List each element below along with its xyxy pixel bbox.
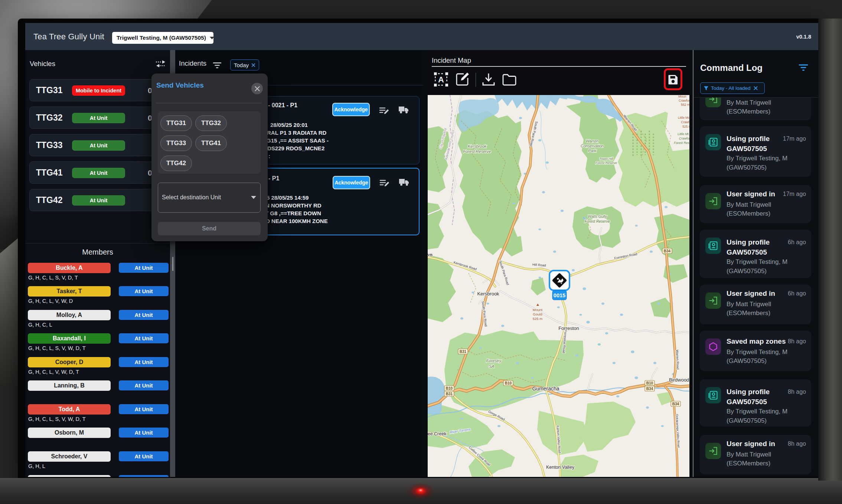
incidents-today-chip[interactable]: Today	[230, 59, 259, 71]
draw-edit-tool-icon[interactable]	[454, 71, 471, 88]
member-name-chip[interactable]: Osborn, M	[28, 428, 111, 438]
map-title-underline	[432, 66, 686, 67]
member-name-chip[interactable]: Baxandall, I	[28, 333, 111, 344]
member-name-chip[interactable]: Todd, A	[28, 404, 111, 415]
log-by: By Matt Trigwell	[727, 99, 771, 107]
incident-map-canvas[interactable]: South Para Road South Para Road South Pa…	[428, 95, 689, 477]
app-window: Tea Tree Gully Unit Trigwell Testing, M …	[25, 23, 818, 477]
log-entry[interactable]: User signed in 17m ago By Matt Trigwell …	[700, 185, 811, 223]
incident-line: G15 ,== ASSIST SAAS -	[267, 137, 329, 144]
member-status-button-partial[interactable]	[119, 475, 169, 477]
vehicle-status-badge: At Unit	[72, 113, 125, 123]
incident-line: N NORSWORTHY RD	[265, 202, 322, 209]
chip-close-icon[interactable]	[753, 86, 758, 91]
incidents-filter-icon[interactable]	[212, 62, 222, 69]
map-label: Forest Reserve	[585, 219, 610, 223]
map-label-fragment: TVB	[428, 253, 433, 257]
map-label: 525 m	[682, 125, 689, 128]
command-log-filter-icon[interactable]	[798, 64, 809, 71]
incident-marker-0015[interactable]: 0015	[549, 271, 570, 300]
member-status-button[interactable]: At Unit	[119, 404, 169, 414]
destination-unit-select[interactable]: Select destination Unit	[158, 183, 261, 213]
map-label: Forest Reserve	[595, 161, 617, 165]
vehicle-chip[interactable]: TTG31	[160, 115, 192, 131]
member-status-button[interactable]: At Unit	[119, 451, 169, 461]
member-status-button[interactable]: At Unit	[119, 310, 169, 320]
road-badge-label: B34	[672, 402, 679, 406]
acknowledge-button[interactable]: Acknowledge	[333, 176, 370, 189]
chip-close-icon[interactable]	[251, 63, 255, 68]
vehicle-transfer-icon[interactable]	[155, 59, 166, 68]
log-by-org: (ESOMembers)	[727, 460, 770, 467]
road-badge-label: B31	[446, 392, 453, 396]
acknowledge-button[interactable]: Acknowledge	[332, 103, 370, 116]
vehicle-chip[interactable]: TTG42	[160, 156, 192, 171]
log-by-org: (ESOMembers)	[727, 108, 770, 115]
folder-icon[interactable]	[501, 72, 518, 88]
vehicle-status-badge: At Unit	[72, 140, 125, 151]
member-status-button[interactable]: At Unit	[119, 286, 169, 296]
member-name-chip-partial[interactable]	[28, 475, 111, 477]
truck-icon[interactable]	[399, 178, 410, 187]
save-map-icon[interactable]	[666, 70, 681, 88]
member-status-button[interactable]: At Unit	[119, 380, 169, 390]
left-scrollbar-thumb[interactable]	[172, 257, 173, 271]
profile-dropdown[interactable]: Trigwell Testing, M (GAW507505)	[112, 32, 213, 44]
member-name-chip[interactable]: Molloy, A	[28, 310, 111, 320]
log-by: By Trigwell Testing, M	[727, 155, 787, 162]
edit-note-icon[interactable]	[379, 179, 390, 189]
log-entry[interactable]: Using profile GAW507505 8h ago By Trigwe…	[700, 379, 811, 426]
vehicle-id: TTG41	[36, 168, 63, 178]
member-qualifications: G, H, C, L, S, V, W, D, T	[28, 345, 86, 351]
edit-note-icon[interactable]	[379, 107, 389, 116]
vehicle-row[interactable]: TTG31 Mobile to Incident 0	[29, 79, 168, 101]
vehicle-row[interactable]: TTG42 At Unit	[29, 189, 168, 211]
map-label: Forest Reserve	[463, 149, 491, 154]
vehicle-status-badge: At Unit	[72, 168, 125, 178]
modal-close-button[interactable]	[251, 83, 263, 94]
member-status-button[interactable]: At Unit	[119, 428, 169, 438]
vehicle-status-badge: At Unit	[72, 195, 125, 206]
incident-line: RAL P1 3 RADIATA RD	[267, 129, 326, 137]
member-name-chip[interactable]: Lanning, B	[28, 380, 111, 391]
incident-map-title: Incident Map	[432, 56, 471, 65]
member-status-button[interactable]: At Unit	[119, 357, 169, 367]
incident-line: D NEAR 100KMH ZONE	[266, 217, 328, 225]
member-qualifications: G, H, L	[28, 463, 45, 469]
select-area-tool-icon[interactable]: A	[433, 71, 450, 88]
member-name-chip[interactable]: Schroeder, V	[28, 451, 111, 462]
send-button[interactable]: Send	[158, 222, 261, 235]
download-icon[interactable]	[480, 71, 497, 88]
power-led	[417, 488, 424, 492]
truck-icon[interactable]	[398, 105, 409, 114]
vehicle-chip-group: TTG31 TTG32 TTG33 TTG41 TTG42	[158, 111, 261, 174]
log-entry[interactable]: User signed in By Matt Trigwell (ESOMemb…	[700, 98, 811, 120]
vehicle-chip[interactable]: TTG32	[195, 115, 227, 131]
road-badge-label: B10	[646, 381, 653, 385]
road-badge-b34: B34	[671, 401, 681, 406]
vehicle-row[interactable]: TTG33 At Unit	[29, 134, 168, 156]
log-title-id: GAW507505	[727, 248, 767, 256]
log-entry[interactable]: User signed in 6h ago By Matt Trigwell (…	[700, 285, 811, 324]
vehicle-chip[interactable]: TTG41	[195, 135, 227, 151]
log-entry[interactable]: User signed in 8h ago By Matt Trigwell (…	[700, 435, 811, 474]
vehicle-chip[interactable]: TTG33	[160, 135, 192, 151]
command-log-title: Command Log	[700, 63, 763, 73]
log-profile-icon	[705, 238, 721, 254]
funnel-icon	[704, 86, 709, 91]
svg-text:A: A	[438, 75, 444, 84]
log-entry[interactable]: Saved map zones 8h ago By Trigwell Testi…	[700, 331, 811, 371]
member-name-chip[interactable]: Cooper, D	[28, 357, 111, 367]
member-name-chip[interactable]: Tasker, T	[28, 286, 111, 297]
command-log-scroll-area[interactable]: User signed in By Matt Trigwell (ESOMemb…	[693, 98, 818, 477]
member-status-button[interactable]: At Unit	[119, 263, 169, 273]
vehicle-row[interactable]: TTG41 At Unit 0	[29, 161, 168, 184]
command-log-filter-chip[interactable]: Today - All loaded	[700, 82, 765, 94]
member-name-chip[interactable]: Buckle, A	[28, 263, 111, 273]
log-zones-icon	[705, 338, 721, 355]
member-status-button[interactable]: At Unit	[119, 333, 169, 343]
log-time: 17m ago	[783, 191, 806, 197]
log-entry[interactable]: Using profile GAW507505 6h ago By Trigwe…	[700, 230, 811, 278]
log-entry[interactable]: Using profile GAW507505 17m ago By Trigw…	[700, 126, 811, 177]
vehicle-row[interactable]: TTG32 At Unit 0	[29, 107, 168, 129]
